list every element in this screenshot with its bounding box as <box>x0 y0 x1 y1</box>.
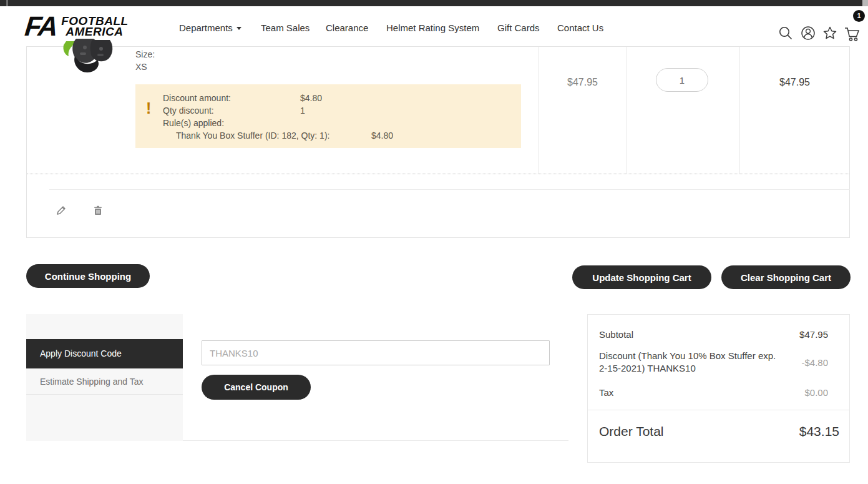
quantity-input[interactable] <box>656 68 708 92</box>
nav-helmet-rating-system[interactable]: Helmet Rating System <box>386 22 479 35</box>
item-options: Size: XS <box>135 48 155 73</box>
account-icon[interactable] <box>800 25 816 41</box>
summary-tax-row: Tax $0.00 <box>588 387 849 398</box>
summary-total-row: Order Total $43.15 <box>588 424 849 439</box>
nav-gift-cards[interactable]: Gift Cards <box>497 22 540 35</box>
cart-icon[interactable] <box>844 25 860 41</box>
actions-divider <box>49 189 850 190</box>
site-logo[interactable]: FA FOOTBALL AMERICA <box>25 12 129 40</box>
exclamation-icon: ! <box>146 101 151 116</box>
notice-rule-row: Thank You Box Stuffer (ID: 182, Qty: 1):… <box>176 129 521 142</box>
nav-departments[interactable]: Departments <box>179 22 241 35</box>
size-value: XS <box>135 61 155 73</box>
search-icon[interactable] <box>778 25 794 41</box>
column-divider <box>539 47 539 174</box>
edit-item-icon[interactable] <box>56 205 67 216</box>
cart-items-panel: Size: XS ! Discount amount: $4.80 Qty di… <box>26 46 850 238</box>
clear-cart-button[interactable]: Clear Shopping Cart <box>721 265 851 289</box>
update-cart-button[interactable]: Update Shopping Cart <box>572 265 711 289</box>
nav-contact-us[interactable]: Contact Us <box>557 22 603 35</box>
order-summary: Subtotal $47.95 Discount (Thank You 10% … <box>587 314 850 463</box>
delete-item-icon[interactable] <box>92 205 104 216</box>
order-total-value: $43.15 <box>799 424 839 439</box>
cancel-coupon-button[interactable]: Cancel Coupon <box>202 375 311 400</box>
nav-team-sales[interactable]: Team Sales <box>261 22 310 35</box>
tab-apply-discount-code[interactable]: Apply Discount Code <box>26 339 183 368</box>
logo-line2: AMERICA <box>66 25 123 38</box>
item-price: $47.95 <box>539 77 627 88</box>
column-divider <box>627 47 627 174</box>
order-total-label: Order Total <box>599 424 664 439</box>
coupon-code-input[interactable] <box>202 340 550 365</box>
notice-row: Rule(s) applied: <box>163 117 521 129</box>
logo-monogram: FA <box>24 12 58 40</box>
cart-count-badge[interactable]: 1 <box>853 10 865 22</box>
notice-row: Qty discount: 1 <box>163 104 521 117</box>
browser-top-strip <box>0 0 868 6</box>
column-divider <box>739 47 740 174</box>
product-thumbnail[interactable] <box>61 37 115 79</box>
chevron-down-icon <box>237 27 241 30</box>
item-subtotal: $47.95 <box>739 77 850 88</box>
tab-estimate-shipping-tax[interactable]: Estimate Shipping and Tax <box>26 368 183 395</box>
discount-sidebar: Apply Discount Code Estimate Shipping an… <box>26 314 183 441</box>
nav-clearance[interactable]: Clearance <box>326 22 368 35</box>
continue-shopping-button[interactable]: Continue Shopping <box>26 264 150 288</box>
notice-row: Discount amount: $4.80 <box>163 92 521 104</box>
row-dotted-divider <box>27 174 849 174</box>
wishlist-star-icon[interactable] <box>822 25 838 41</box>
summary-subtotal-row: Subtotal $47.95 <box>588 329 849 340</box>
discount-notice: ! Discount amount: $4.80 Qty discount: 1… <box>135 84 521 148</box>
logo-text: FOOTBALL AMERICA <box>61 16 128 37</box>
scrollbar-top[interactable] <box>862 0 868 6</box>
site-header: FA FOOTBALL AMERICA Departments Team Sal… <box>0 6 868 46</box>
size-label: Size: <box>135 48 155 61</box>
summary-divider <box>588 410 849 410</box>
cart-page: FA FOOTBALL AMERICA Departments Team Sal… <box>0 0 868 484</box>
summary-discount-row: Discount (Thank You 10% Box Stuffer exp.… <box>588 350 849 375</box>
top-strip-tick <box>6 0 8 6</box>
